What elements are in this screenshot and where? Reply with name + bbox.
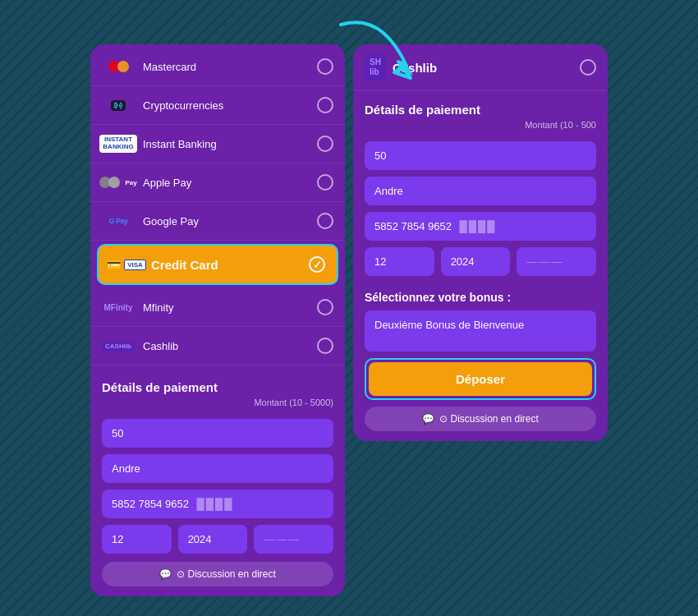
bonus-select-field[interactable]: Deuxième Bonus de Bienvenue	[365, 310, 596, 352]
right-expiry-row: 12 2024 ———	[365, 247, 596, 276]
right-details-title: Détails de paiement	[353, 91, 608, 120]
apple-pay-icon: Pay	[102, 172, 135, 193]
mfinity-icon: MFinity	[102, 297, 135, 318]
crypto-radio	[317, 97, 333, 113]
mastercard-label: Mastercard	[143, 61, 317, 73]
deposit-button[interactable]: Déposer	[369, 362, 592, 396]
payment-item-cashlib[interactable]: CASHlib Cashlib	[90, 327, 345, 365]
right-name-field[interactable]: Andre	[365, 177, 596, 205]
right-panel: SH lib Cashlib Détails de paiement Monta…	[353, 44, 608, 441]
instant-banking-radio	[317, 136, 333, 152]
crypto-label: Cryptocurrencies	[143, 99, 317, 112]
mastercard-icon	[102, 56, 135, 77]
left-details-title: Détails de paiement	[90, 369, 345, 398]
credit-card-icon: 💳 VISA	[110, 254, 143, 275]
apple-pay-label: Apple Pay	[143, 177, 317, 189]
left-live-chat-label: ⊙ Discussion en direct	[177, 568, 276, 580]
arrow-indicator	[324, 16, 423, 85]
right-expiry-year[interactable]: 2024	[441, 247, 511, 276]
credit-card-label: Credit Card	[151, 258, 309, 272]
left-amount-hint: Montant (10 - 5000)	[90, 398, 345, 412]
chat-icon: 💬	[159, 568, 172, 580]
left-name-field[interactable]: Andre	[102, 454, 333, 483]
right-live-chat-label: ⊙ Discussion en direct	[439, 413, 539, 425]
left-expiry-month[interactable]: 12	[102, 525, 172, 554]
crypto-icon: ₿⟠	[102, 94, 135, 116]
credit-card-radio	[309, 256, 325, 273]
right-live-chat-button[interactable]: 💬 ⊙ Discussion en direct	[365, 407, 596, 431]
cashlib-radio	[317, 338, 333, 354]
cashlib-header-radio	[580, 59, 596, 76]
bonus-section-label: Sélectionnez votre bonus :	[353, 283, 608, 307]
mfinity-radio	[317, 299, 333, 315]
left-expiry-row: 12 2024 ———	[102, 525, 333, 554]
right-card-number-field[interactable]: 5852 7854 9652 ████	[365, 212, 596, 241]
payment-item-mfinity[interactable]: MFinity Mfinity	[90, 288, 345, 327]
right-chat-icon: 💬	[422, 413, 434, 425]
mfinity-label: Mfinity	[143, 301, 317, 314]
deposit-button-wrapper: Déposer	[365, 358, 596, 400]
right-cvv-field[interactable]: ———	[517, 247, 596, 276]
cashlib-icon: CASHlib	[102, 335, 135, 356]
left-amount-field[interactable]: 50	[102, 419, 333, 448]
google-pay-radio	[317, 213, 333, 229]
cashlib-label: Cashlib	[143, 340, 317, 352]
right-amount-hint: Montant (10 - 500	[353, 120, 608, 135]
payment-item-credit-card[interactable]: 💳 VISA Credit Card	[97, 244, 338, 285]
right-expiry-month[interactable]: 12	[365, 247, 434, 276]
left-cvv-field[interactable]: ———	[254, 525, 333, 554]
payment-item-crypto[interactable]: ₿⟠ Cryptocurrencies	[90, 86, 345, 125]
apple-pay-radio	[317, 174, 333, 191]
instant-banking-icon: INSTANTBANKING	[102, 133, 135, 154]
panels-wrapper: Mastercard ₿⟠ Cryptocurrencies INSTANTBA…	[90, 44, 608, 596]
right-amount-field[interactable]: 50	[365, 141, 596, 170]
instant-banking-label: Instant Banking	[143, 138, 317, 150]
payment-item-instant-banking[interactable]: INSTANTBANKING Instant Banking	[90, 125, 345, 163]
payment-item-apple-pay[interactable]: Pay Apple Pay	[90, 163, 345, 202]
payment-list: Mastercard ₿⟠ Cryptocurrencies INSTANTBA…	[90, 44, 345, 369]
google-pay-label: Google Pay	[143, 215, 317, 228]
left-expiry-year[interactable]: 2024	[178, 525, 248, 554]
left-panel: Mastercard ₿⟠ Cryptocurrencies INSTANTBA…	[90, 44, 345, 596]
left-live-chat-button[interactable]: 💬 ⊙ Discussion en direct	[102, 562, 333, 586]
left-card-number-field[interactable]: 5852 7854 9652 ████	[102, 490, 333, 518]
google-pay-icon: G Pay	[102, 210, 135, 232]
payment-item-mastercard[interactable]: Mastercard	[90, 48, 345, 86]
payment-item-google-pay[interactable]: G Pay Google Pay	[90, 202, 345, 241]
